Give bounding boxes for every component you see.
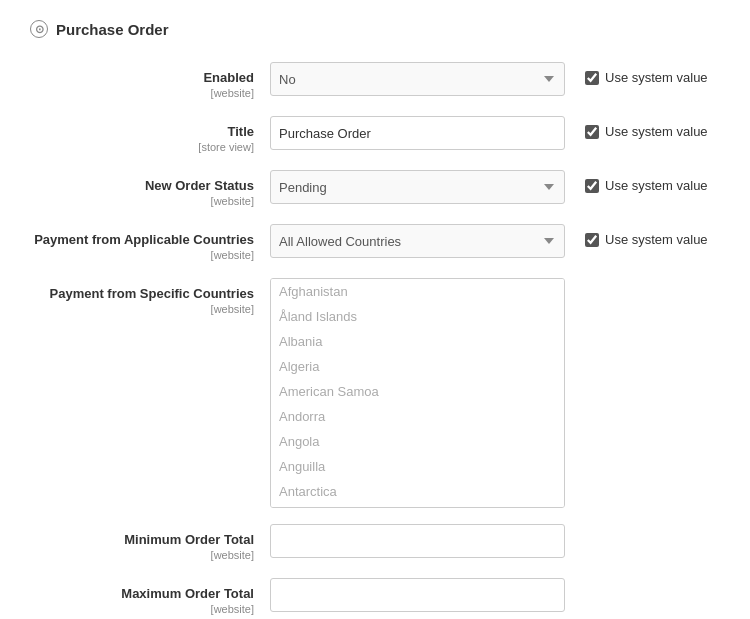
label-scope-title: [store view] [198, 141, 254, 153]
label-scope-applicable-countries: [website] [211, 249, 254, 261]
label-new-order-status: New Order Status [website] [30, 170, 270, 208]
action-cell-maximum-order-total [565, 578, 585, 586]
use-system-value-title-checkbox[interactable] [585, 125, 599, 139]
use-system-value-enabled-checkbox[interactable] [585, 71, 599, 85]
section-header[interactable]: ⊙ Purchase Order [30, 20, 720, 38]
input-cell-minimum-order-total [270, 524, 565, 558]
input-cell-applicable-countries: All Allowed Countries Specific Countries [270, 224, 565, 258]
label-main-new-order-status: New Order Status [30, 178, 254, 193]
section-chevron-icon: ⊙ [30, 20, 48, 38]
field-row-specific-countries: Payment from Specific Countries [website… [30, 278, 720, 508]
label-maximum-order-total: Maximum Order Total [website] [30, 578, 270, 616]
label-title: Title [store view] [30, 116, 270, 154]
field-row-title: Title [store view] Use system value [30, 116, 720, 154]
use-system-value-applicable-countries-label: Use system value [605, 232, 708, 247]
label-scope-enabled: [website] [211, 87, 254, 99]
minimum-order-total-input[interactable] [270, 524, 565, 558]
label-applicable-countries: Payment from Applicable Countries [websi… [30, 224, 270, 262]
label-main-maximum-order-total: Maximum Order Total [30, 586, 254, 601]
page-container: ⊙ Purchase Order Enabled [website] No Ye… [0, 0, 750, 619]
field-row-enabled: Enabled [website] No Yes Use system valu… [30, 62, 720, 100]
use-system-value-title-label: Use system value [605, 124, 708, 139]
label-main-minimum-order-total: Minimum Order Total [30, 532, 254, 547]
label-enabled: Enabled [website] [30, 62, 270, 100]
input-cell-enabled: No Yes [270, 62, 565, 96]
field-row-minimum-order-total: Minimum Order Total [website] [30, 524, 720, 562]
applicable-countries-select[interactable]: All Allowed Countries Specific Countries [270, 224, 565, 258]
label-minimum-order-total: Minimum Order Total [website] [30, 524, 270, 562]
action-cell-new-order-status: Use system value [565, 170, 708, 193]
maximum-order-total-input[interactable] [270, 578, 565, 612]
action-cell-minimum-order-total [565, 524, 585, 532]
use-system-value-new-order-status-checkbox[interactable] [585, 179, 599, 193]
label-main-applicable-countries: Payment from Applicable Countries [30, 232, 254, 247]
input-cell-maximum-order-total [270, 578, 565, 612]
label-main-enabled: Enabled [30, 70, 254, 85]
field-row-maximum-order-total: Maximum Order Total [website] [30, 578, 720, 616]
use-system-value-new-order-status-label: Use system value [605, 178, 708, 193]
label-scope-specific-countries: [website] [211, 303, 254, 315]
label-main-specific-countries: Payment from Specific Countries [30, 286, 254, 301]
section-title: Purchase Order [56, 21, 169, 38]
specific-countries-listbox[interactable]: Afghanistan Åland Islands Albania Algeri… [270, 278, 565, 508]
action-cell-enabled: Use system value [565, 62, 708, 85]
use-system-value-enabled-label: Use system value [605, 70, 708, 85]
enabled-select[interactable]: No Yes [270, 62, 565, 96]
new-order-status-select[interactable]: Pending Processing Complete [270, 170, 565, 204]
use-system-value-applicable-countries-checkbox[interactable] [585, 233, 599, 247]
action-cell-applicable-countries: Use system value [565, 224, 708, 247]
input-cell-specific-countries: Afghanistan Åland Islands Albania Algeri… [270, 278, 565, 508]
input-cell-new-order-status: Pending Processing Complete [270, 170, 565, 204]
form-body: Enabled [website] No Yes Use system valu… [30, 62, 720, 619]
action-cell-title: Use system value [565, 116, 708, 139]
action-cell-specific-countries [565, 278, 585, 286]
label-scope-new-order-status: [website] [211, 195, 254, 207]
field-row-applicable-countries: Payment from Applicable Countries [websi… [30, 224, 720, 262]
label-scope-maximum-order-total: [website] [211, 603, 254, 615]
label-specific-countries: Payment from Specific Countries [website… [30, 278, 270, 316]
field-row-new-order-status: New Order Status [website] Pending Proce… [30, 170, 720, 208]
title-input[interactable] [270, 116, 565, 150]
input-cell-title [270, 116, 565, 150]
label-main-title: Title [30, 124, 254, 139]
label-scope-minimum-order-total: [website] [211, 549, 254, 561]
